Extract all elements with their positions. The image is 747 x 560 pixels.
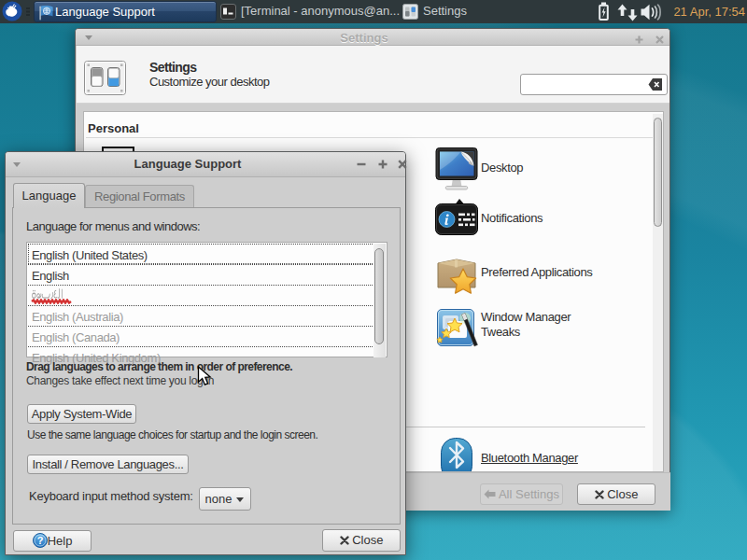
svg-text:?: ?	[36, 535, 43, 546]
